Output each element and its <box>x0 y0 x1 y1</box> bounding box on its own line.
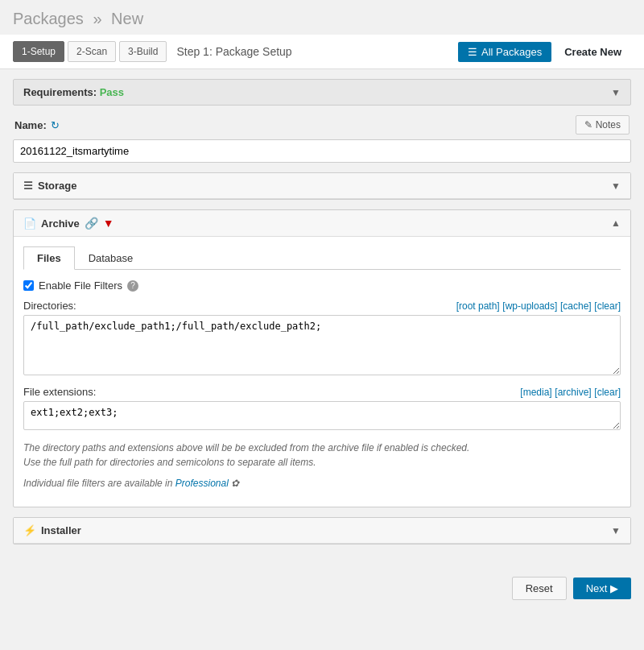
archive-tabs: Files Database <box>23 246 621 270</box>
reset-button[interactable]: Reset <box>512 577 567 600</box>
name-input[interactable] <box>13 139 631 163</box>
requirements-label: Requirements: <box>23 86 97 98</box>
directories-links: [root path] [wp-uploads] [cache] [clear] <box>456 300 621 312</box>
enable-filters-row: Enable File Filters ? <box>23 279 621 292</box>
step-description: Step 1: Package Setup <box>176 45 455 58</box>
installer-header[interactable]: ⚡ Installer ▼ <box>14 518 630 544</box>
media-link[interactable]: [media] <box>520 387 551 398</box>
requirements-status: Pass <box>100 86 124 98</box>
name-label: Name: <box>14 119 47 131</box>
name-row: Name: ↻ ✎ Notes <box>13 115 631 135</box>
installer-chevron-icon: ▼ <box>611 525 621 536</box>
archive-body: Files Database Enable File Filters ? Dir… <box>14 237 630 507</box>
clear-ext-link[interactable]: [clear] <box>594 387 621 398</box>
page-title: Packages » New <box>13 10 631 28</box>
notes-button[interactable]: ✎ Notes <box>576 115 630 135</box>
tab-files[interactable]: Files <box>23 246 75 270</box>
toolbar: 1-Setup 2-Scan 3-Build Step 1: Package S… <box>0 35 644 69</box>
step2-button[interactable]: 2-Scan <box>68 41 116 62</box>
archive-filter-icon[interactable]: ▼ <box>103 217 114 230</box>
step3-button[interactable]: 3-Build <box>119 41 167 62</box>
professional-link[interactable]: Professional <box>175 478 229 489</box>
archive-chevron-icon: ▲ <box>611 217 621 229</box>
clear-dirs-link[interactable]: [clear] <box>594 300 621 312</box>
file-ext-input[interactable] <box>23 401 621 430</box>
next-button[interactable]: Next ▶ <box>573 578 631 599</box>
storage-section: ☰ Storage ▼ <box>13 172 631 200</box>
archive-icon: 📄 <box>23 217 36 230</box>
archive-section: 📄 Archive 🔗 ▼ ▲ Files Database Enable Fi… <box>13 209 631 507</box>
wp-uploads-link[interactable]: [wp-uploads] <box>502 300 557 312</box>
archive-label: Archive <box>41 217 80 230</box>
packages-icon: ☰ <box>468 46 477 58</box>
installer-icon: ⚡ <box>23 524 36 536</box>
refresh-icon[interactable]: ↻ <box>51 119 60 131</box>
storage-icon: ☰ <box>23 180 33 192</box>
enable-filters-checkbox[interactable] <box>23 280 34 291</box>
notes-icon: ✎ <box>584 119 592 130</box>
storage-chevron-icon: ▼ <box>611 180 621 192</box>
storage-header[interactable]: ☰ Storage ▼ <box>14 173 630 199</box>
requirements-chevron-icon: ▼ <box>611 87 621 98</box>
cache-link[interactable]: [cache] <box>560 300 592 312</box>
all-packages-button[interactable]: ☰ All Packages <box>458 42 551 62</box>
tab-database[interactable]: Database <box>75 246 147 270</box>
hint3-icon: ✿ <box>231 478 239 489</box>
step1-button[interactable]: 1-Setup <box>13 41 64 62</box>
hint1-text: The directory paths and extensions above… <box>23 441 621 470</box>
installer-label: Installer <box>41 524 81 536</box>
file-ext-label: File extensions: <box>23 386 96 398</box>
storage-label: Storage <box>38 180 76 192</box>
directories-row: Directories: [root path] [wp-uploads] [c… <box>23 300 621 312</box>
directories-label: Directories: <box>23 300 76 312</box>
file-ext-links: [media] [archive] [clear] <box>520 386 621 398</box>
footer-actions: Reset Next ▶ <box>0 567 644 610</box>
hint3-text: Individual file filters are available in… <box>23 476 621 491</box>
root-path-link[interactable]: [root path] <box>456 300 500 312</box>
enable-filters-help-icon[interactable]: ? <box>127 280 138 292</box>
directories-input[interactable] <box>23 315 621 375</box>
archive-header[interactable]: 📄 Archive 🔗 ▼ ▲ <box>14 210 630 237</box>
requirements-bar[interactable]: Requirements: Pass ▼ <box>13 79 631 106</box>
enable-filters-label: Enable File Filters <box>39 279 122 292</box>
installer-section: ⚡ Installer ▼ <box>13 517 631 544</box>
archive-upload-icon[interactable]: 🔗 <box>85 217 98 230</box>
archive-ext-link[interactable]: [archive] <box>555 387 591 398</box>
create-new-button[interactable]: Create New <box>555 42 631 62</box>
file-ext-row: File extensions: [media] [archive] [clea… <box>23 386 621 398</box>
